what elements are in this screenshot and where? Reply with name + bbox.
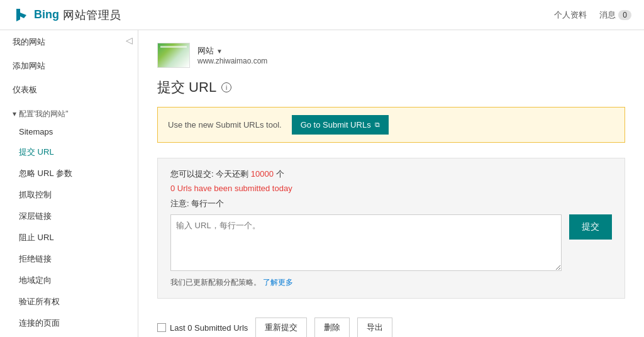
quota-unit: 个 xyxy=(276,169,284,179)
sidebar-item-geo-targeting[interactable]: 地域定向 xyxy=(0,270,138,291)
sidebar-item-my-sites[interactable]: 我的网站 xyxy=(0,30,138,54)
bottom-bar: Last 0 Submitted Urls 重新提交 删除 导出 xyxy=(157,311,625,337)
bing-logo: Bing 网站管理员 xyxy=(13,6,121,24)
site-dropdown-arrow[interactable]: ▼ xyxy=(216,48,223,55)
profile-link[interactable]: 个人资料 xyxy=(554,9,587,21)
sidebar: ◁ 我的网站 添加网站 仪表板 ▾ 配置'我的网站" Sitemaps 提交 U… xyxy=(0,30,138,337)
submitted-today-text: 0 Urls have been submitted today xyxy=(170,184,612,193)
banner-text: Use the new Submit URLs tool. xyxy=(168,120,282,130)
messages-label: 消息 xyxy=(599,9,616,21)
site-header: 网站 ▼ www.zhiwaimao.com xyxy=(157,43,625,68)
layout: ◁ 我的网站 添加网站 仪表板 ▾ 配置'我的网站" Sitemaps 提交 U… xyxy=(0,30,644,337)
message-count: 0 xyxy=(618,10,631,20)
main-content: 网站 ▼ www.zhiwaimao.com 提交 URL i Use the … xyxy=(138,30,644,337)
sidebar-item-submit-url[interactable]: 提交 URL xyxy=(0,141,138,163)
note-text: 我们已更新配额分配策略。 了解更多 xyxy=(170,277,612,288)
site-info: 网站 ▼ www.zhiwaimao.com xyxy=(197,45,267,65)
delete-button[interactable]: 删除 xyxy=(314,318,350,337)
group-arrow-icon: ▾ xyxy=(13,109,16,118)
banner: Use the new Submit URLs tool. Go to Subm… xyxy=(157,107,625,143)
sidebar-item-sitemaps[interactable]: Sitemaps xyxy=(0,122,138,141)
sidebar-item-deep-links[interactable]: 深层链接 xyxy=(0,206,138,227)
go-to-submit-urls-button[interactable]: Go to Submit URLs ⧉ xyxy=(292,115,389,135)
export-button[interactable]: 导出 xyxy=(357,318,392,337)
url-input[interactable] xyxy=(170,214,562,271)
messages-badge[interactable]: 消息 0 xyxy=(599,9,631,21)
note-link[interactable]: 了解更多 xyxy=(263,278,293,287)
bing-icon xyxy=(13,6,30,24)
resubmit-button[interactable]: 重新提交 xyxy=(255,318,307,337)
site-name[interactable]: 网站 ▼ xyxy=(197,45,267,57)
header-title: 网站管理员 xyxy=(63,8,121,23)
submitted-urls-checkbox[interactable] xyxy=(157,323,166,332)
logo-bing-text: Bing xyxy=(34,8,59,21)
quota-text: 您可以提交: 今天还剩 xyxy=(170,169,248,179)
submitted-urls-checkbox-label[interactable]: Last 0 Submitted Urls xyxy=(157,323,248,333)
header-right: 个人资料 消息 0 xyxy=(554,9,631,21)
page-title-text: 提交 URL xyxy=(157,78,216,97)
site-name-text: 网站 xyxy=(197,45,214,57)
quota-count: 10000 xyxy=(251,169,274,179)
sidebar-item-add-site[interactable]: 添加网站 xyxy=(0,54,138,78)
submit-label: 注意: 每行一个 xyxy=(170,198,612,209)
note-prefix: 我们已更新配额分配策略。 xyxy=(170,278,261,287)
sidebar-item-disavow-links[interactable]: 拒绝链接 xyxy=(0,248,138,270)
header: Bing 网站管理员 个人资料 消息 0 xyxy=(0,0,644,30)
site-thumbnail xyxy=(157,43,190,68)
submit-row: 提交 xyxy=(170,214,612,271)
site-url: www.zhiwaimao.com xyxy=(197,57,267,65)
page-title: 提交 URL i xyxy=(157,78,625,97)
sidebar-group-label-text: 配置'我的网站" xyxy=(19,109,69,119)
submit-box: 您可以提交: 今天还剩 10000 个 0 Urls have been sub… xyxy=(157,158,625,299)
banner-button-label: Go to Submit URLs xyxy=(301,120,371,130)
info-icon[interactable]: i xyxy=(221,82,231,92)
sidebar-group-configure: ▾ 配置'我的网站" xyxy=(0,102,138,122)
sidebar-item-block-url[interactable]: 阻止 URL xyxy=(0,227,138,248)
sidebar-item-ignore-url-params[interactable]: 忽略 URL 参数 xyxy=(0,163,138,184)
sidebar-item-connected-pages[interactable]: 连接的页面 xyxy=(0,312,138,334)
sidebar-item-crawl-control[interactable]: 抓取控制 xyxy=(0,184,138,206)
submit-button[interactable]: 提交 xyxy=(569,214,612,240)
external-link-icon: ⧉ xyxy=(375,121,380,129)
sidebar-collapse-button[interactable]: ◁ xyxy=(126,35,133,45)
checkbox-label-text: Last 0 Submitted Urls xyxy=(170,323,248,333)
sidebar-item-verify-ownership[interactable]: 验证所有权 xyxy=(0,291,138,312)
sidebar-item-dashboard[interactable]: 仪表板 xyxy=(0,78,138,102)
header-left: Bing 网站管理员 xyxy=(13,6,121,24)
submit-quota-info: 您可以提交: 今天还剩 10000 个 xyxy=(170,168,612,180)
